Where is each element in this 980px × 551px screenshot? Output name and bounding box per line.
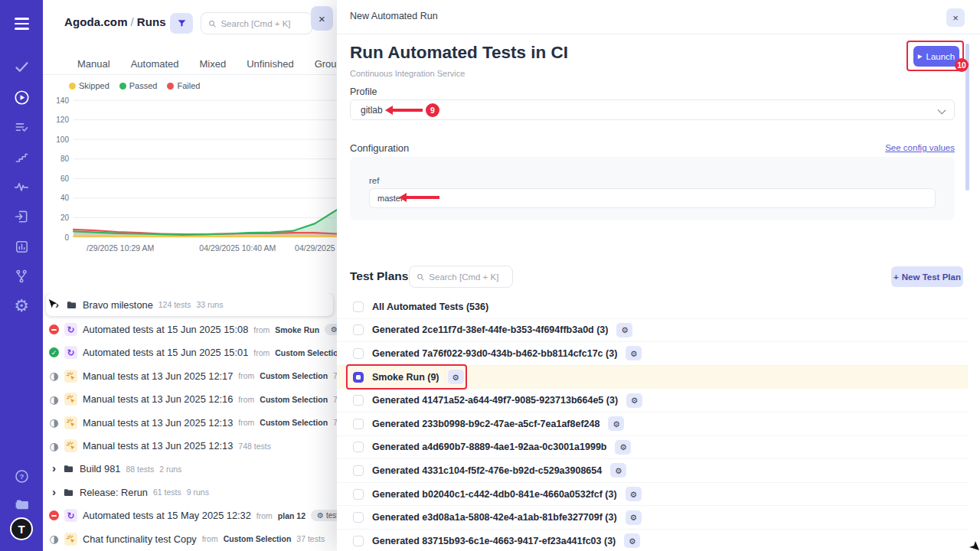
breadcrumb-project[interactable]: Agoda.com <box>64 15 128 28</box>
gear-icon[interactable]: ⚙ <box>608 416 624 431</box>
plan-label[interactable]: Generated b02040c1-c442-4db0-841e-4660a0… <box>372 489 617 500</box>
plan-checkbox[interactable] <box>353 324 364 335</box>
runs-search-input[interactable] <box>220 19 305 28</box>
gear-icon[interactable]: ⚙ <box>626 346 642 360</box>
plan-label[interactable]: Generated 2ce11f7d-38ef-44fe-b353-4f694f… <box>372 324 608 335</box>
import-icon[interactable] <box>8 204 34 230</box>
test-plans-search-input[interactable] <box>429 272 505 282</box>
pulse-icon[interactable] <box>8 174 34 200</box>
tab-unfinished[interactable]: Unfinished <box>247 58 293 70</box>
profile-select[interactable]: gitlab <box>350 99 955 120</box>
runs-icon[interactable] <box>8 84 34 110</box>
run-source[interactable]: plan 12 <box>278 511 305 520</box>
plan-checkbox[interactable] <box>353 489 364 500</box>
test-plans-icon[interactable] <box>8 114 34 140</box>
avatar[interactable]: T <box>10 517 33 540</box>
run-name[interactable]: Automated tests at 15 Jun 2025 15:01 <box>83 347 248 358</box>
group-name[interactable]: Bravo milestone <box>83 299 153 311</box>
run-row[interactable]: ◑Manual tests at 13 Jun 2025 12:13748 te… <box>43 434 337 457</box>
breadcrumb-page[interactable]: Runs <box>137 15 166 28</box>
run-name[interactable]: Automated tests at 15 May 2025 12:32 <box>83 510 251 521</box>
run-source[interactable]: Custom Selection <box>224 534 292 543</box>
filter-button[interactable] <box>170 13 193 34</box>
test-plan-row[interactable]: Smoke Run (9)⚙ <box>337 366 968 390</box>
run-source[interactable]: Custom Selection <box>260 371 328 380</box>
plan-checkbox[interactable] <box>353 465 364 476</box>
group-name[interactable]: Build 981 <box>80 463 120 474</box>
gear-icon[interactable]: ⚙ <box>624 533 640 548</box>
plan-checkbox[interactable] <box>353 372 364 383</box>
legend-passed[interactable]: Passed <box>119 81 158 90</box>
test-plan-row[interactable]: Generated a4d690b7-8889-4ae1-92aa-0c3001… <box>337 436 968 460</box>
run-group-row[interactable]: ›Build 98188 tests2 runs <box>43 458 337 481</box>
test-plan-row[interactable]: Generated e3d08a1a-5808-42e4-a1ab-81bfe3… <box>337 506 968 530</box>
gear-icon[interactable]: ⚙ <box>626 393 642 408</box>
test-plan-row[interactable]: All Automated Tests (536) <box>337 295 968 319</box>
run-name[interactable]: Manual tests at 13 Jun 2025 12:13 <box>83 417 233 429</box>
chevron-right-icon[interactable]: › <box>52 298 60 312</box>
run-name[interactable]: Manual tests at 13 Jun 2025 12:16 <box>83 393 233 405</box>
legend-failed[interactable]: Failed <box>167 81 200 90</box>
tab-manual[interactable]: Manual <box>77 58 110 70</box>
plan-label[interactable]: Generated 4331c104-f5f2-476e-b92d-c529a3… <box>372 465 602 476</box>
new-test-plan-button[interactable]: + New Test Plan <box>891 266 963 287</box>
tab-automated[interactable]: Automated <box>131 58 179 70</box>
test-plan-row[interactable]: Generated 233b0998-b9c2-47ae-a5cf-7ea1af… <box>337 412 968 436</box>
test-plan-row[interactable]: Generated 83715b93-6c1e-4663-9417-ef23a4… <box>337 530 968 551</box>
test-plan-row[interactable]: Generated 4331c104-f5f2-476e-b92d-c529a3… <box>337 459 968 483</box>
see-config-values-link[interactable]: See config values <box>885 143 955 152</box>
run-name[interactable]: Chat functinality test Copy <box>83 533 197 545</box>
test-badge[interactable]: ⚙test <box>325 324 337 335</box>
run-source[interactable]: Custom Selection <box>260 418 328 427</box>
chevron-right-icon[interactable]: › <box>49 461 57 476</box>
help-icon[interactable]: ? <box>8 463 34 489</box>
gear-icon[interactable]: ⚙ <box>448 370 464 384</box>
branches-icon[interactable] <box>8 263 34 289</box>
tests-icon[interactable] <box>8 54 34 80</box>
ref-input[interactable] <box>369 188 936 208</box>
test-badge[interactable]: ⚙test <box>311 510 337 521</box>
run-group-row[interactable]: ›Bravo milestone124 tests33 runs <box>46 293 333 316</box>
test-plan-row[interactable]: Generated 7a76f022-93d0-434b-b462-bb8114… <box>337 342 968 366</box>
legend-skipped[interactable]: Skipped <box>69 81 109 90</box>
plan-label[interactable]: Generated 7a76f022-93d0-434b-b462-bb8114… <box>372 348 617 359</box>
close-icon[interactable]: × <box>311 6 333 31</box>
plan-label[interactable]: Generated 233b0998-b9c2-47ae-a5cf-7ea1af… <box>372 419 599 429</box>
run-source[interactable]: Custom Selection <box>260 395 328 404</box>
run-row[interactable]: ◑Manual tests at 13 Jun 2025 12:13fromCu… <box>43 411 337 434</box>
analytics-icon[interactable] <box>8 233 34 259</box>
plan-label[interactable]: All Automated Tests (536) <box>372 302 488 312</box>
run-row[interactable]: ✓↻Automated tests at 15 Jun 2025 15:01fr… <box>43 341 337 364</box>
menu-icon[interactable] <box>8 11 34 37</box>
projects-icon[interactable] <box>8 491 34 517</box>
runs-search[interactable] <box>201 12 312 34</box>
plan-checkbox[interactable] <box>353 442 364 452</box>
run-row[interactable]: ↻Automated tests at 15 May 2025 12:32fro… <box>43 504 337 527</box>
run-row[interactable]: ◑Manual tests at 13 Jun 2025 12:17fromCu… <box>43 364 337 387</box>
breadcrumb[interactable]: Agoda.com/Runs <box>64 15 166 28</box>
run-source[interactable]: Custom Selection <box>275 348 337 357</box>
chevron-right-icon[interactable]: › <box>49 485 57 500</box>
test-plans-search[interactable] <box>409 266 513 288</box>
launch-button[interactable]: ▶ Launch <box>913 46 959 67</box>
gear-icon[interactable]: ⚙ <box>626 487 642 501</box>
plan-label[interactable]: Generated a4d690b7-8889-4ae1-92aa-0c3001… <box>372 442 606 452</box>
plan-label[interactable]: Generated e3d08a1a-5808-42e4-a1ab-81bfe3… <box>372 512 617 523</box>
close-icon[interactable]: × <box>946 8 965 27</box>
test-plan-row[interactable]: Generated b02040c1-c442-4db0-841e-4660a0… <box>337 483 968 507</box>
plan-checkbox[interactable] <box>353 348 364 359</box>
run-source[interactable]: Smoke Run <box>275 325 319 334</box>
plan-checkbox[interactable] <box>353 302 364 312</box>
plan-label[interactable]: Generated 41471a52-a644-49f7-9085-923713… <box>372 395 618 406</box>
test-plan-row[interactable]: Generated 2ce11f7d-38ef-44fe-b353-4f694f… <box>337 319 968 343</box>
steps-icon[interactable] <box>8 144 34 170</box>
plan-label[interactable]: Generated 83715b93-6c1e-4663-9417-ef23a4… <box>372 536 616 546</box>
gear-icon[interactable]: ⚙ <box>616 323 632 337</box>
plan-checkbox[interactable] <box>353 512 364 523</box>
run-row[interactable]: ↻Automated tests at 15 Jun 2025 15:08fro… <box>43 318 337 341</box>
settings-gear-icon[interactable]: ⚙ <box>8 293 34 319</box>
gear-icon[interactable]: ⚙ <box>626 510 642 525</box>
plan-checkbox[interactable] <box>353 536 364 546</box>
group-name[interactable]: Release: Rerun <box>80 487 148 498</box>
plan-checkbox[interactable] <box>353 419 364 429</box>
